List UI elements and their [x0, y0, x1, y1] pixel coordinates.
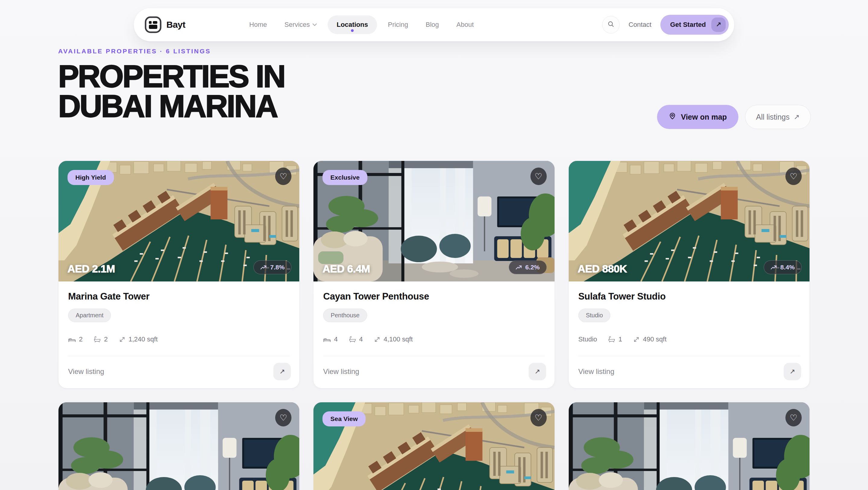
photo-badge: Exclusive: [322, 170, 367, 185]
stat-value: 2: [79, 335, 83, 343]
card-photo: Sea View ♡: [313, 402, 554, 490]
property-title: Marina Gate Tower: [68, 291, 290, 302]
nav-link-label: Services: [284, 21, 310, 29]
property-card: ♡: [58, 402, 300, 490]
size-icon: [633, 336, 640, 343]
brand-logo-icon: [145, 16, 161, 33]
get-started-button[interactable]: Get Started ↗: [660, 15, 729, 35]
stat-value: Studio: [578, 335, 597, 343]
brand-name: Bayt: [166, 20, 185, 30]
page: Bayt HomeServicesLocationsPricingBlogAbo…: [0, 0, 868, 490]
nav-link-pricing[interactable]: Pricing: [381, 16, 415, 34]
favorite-button[interactable]: ♡: [785, 409, 802, 426]
trending-up-icon: [771, 265, 777, 270]
favorite-button[interactable]: ♡: [530, 167, 547, 185]
stat-bed: 4: [323, 335, 338, 343]
size-icon: [374, 336, 381, 343]
property-card: ♡: [568, 402, 810, 490]
nav-link-about[interactable]: About: [450, 16, 480, 34]
get-started-label: Get Started: [670, 21, 706, 29]
view-on-map-button[interactable]: View on map: [657, 105, 738, 129]
nav-link-home[interactable]: Home: [243, 16, 274, 34]
map-pin-icon: [669, 112, 676, 122]
page-title-line2: DUBAI MARINA: [58, 89, 277, 124]
open-listing-button[interactable]: ↗: [273, 363, 291, 380]
card-body: Cayan Tower Penthouse Penthouse 444,100 …: [313, 281, 554, 356]
stat-text: Studio: [578, 335, 597, 343]
size-icon: [119, 336, 126, 343]
property-type-tag: Apartment: [68, 309, 111, 322]
stat-value: 1: [618, 335, 622, 343]
favorite-button[interactable]: ♡: [785, 167, 802, 185]
bath-icon: [349, 336, 356, 343]
property-type-tag: Studio: [578, 309, 611, 322]
stat-value: 490 sqft: [643, 335, 666, 343]
heart-icon: ♡: [280, 413, 287, 423]
bath-icon: [93, 336, 101, 343]
nav-link-services[interactable]: Services: [278, 16, 323, 34]
heart-icon: ♡: [789, 413, 797, 423]
open-listing-button[interactable]: ↗: [784, 363, 801, 380]
listings-eyebrow: AVAILABLE PROPERTIES · 6 LISTINGS: [58, 48, 284, 55]
arrow-up-right-icon: ↗: [534, 368, 540, 375]
property-stats: 221,240 sqft: [68, 335, 290, 343]
trending-up-icon: [516, 265, 522, 270]
favorite-button[interactable]: ♡: [275, 409, 291, 426]
arrow-up-right-icon: ↗: [794, 113, 800, 121]
all-listings-button[interactable]: All listings ↗: [745, 105, 811, 129]
card-footer: View listing ↗: [59, 356, 299, 388]
nav-link-label: Pricing: [388, 21, 408, 29]
active-tab-dot: [351, 29, 354, 32]
view-listing-link[interactable]: View listing: [323, 367, 359, 376]
property-card: Sea View ♡: [313, 402, 555, 490]
view-listing-link[interactable]: View listing: [578, 367, 615, 376]
hero-section: AVAILABLE PROPERTIES · 6 LISTINGS PROPER…: [58, 48, 284, 121]
nav-link-locations[interactable]: Locations: [328, 16, 377, 34]
arrow-up-right-icon: ↗: [711, 18, 726, 32]
chevron-down-icon: [313, 23, 317, 26]
favorite-button[interactable]: ♡: [530, 409, 547, 426]
nav-link-label: About: [456, 21, 474, 29]
top-navbar: Bayt HomeServicesLocationsPricingBlogAbo…: [134, 8, 734, 41]
property-title: Cayan Tower Penthouse: [323, 291, 545, 302]
heart-icon: ♡: [280, 172, 287, 181]
stat-value: 1,240 sqft: [129, 335, 158, 343]
stat-size: 490 sqft: [633, 335, 666, 343]
property-stats: Studio1490 sqft: [578, 335, 800, 343]
stat-size: 1,240 sqft: [119, 335, 158, 343]
property-card: ♡ AED 880K 8.4% Sulafa Tower Studio Stud…: [568, 161, 810, 389]
property-type-tag: Penthouse: [323, 309, 367, 322]
nav-link-blog[interactable]: Blog: [419, 16, 445, 34]
open-listing-button[interactable]: ↗: [529, 363, 546, 380]
brand-logo[interactable]: Bayt: [145, 16, 185, 33]
cards-grid: High Yield ♡ AED 2.1M 7.8% Marina Gate T…: [58, 161, 810, 490]
card-footer: View listing ↗: [569, 356, 809, 388]
yield-value: 7.8%: [270, 264, 284, 271]
yield-value: 6.2%: [525, 264, 540, 271]
trending-up-icon: [260, 265, 267, 270]
arrow-up-right-icon: ↗: [789, 368, 795, 375]
yield-value: 8.4%: [780, 264, 795, 271]
stat-bed: 2: [68, 335, 83, 343]
card-body: Sulafa Tower Studio Studio Studio1490 sq…: [569, 281, 809, 356]
arrow-up-right-icon: ↗: [279, 368, 285, 375]
stat-value: 4,100 sqft: [384, 335, 413, 343]
nav-right: Contact Get Started ↗: [602, 15, 729, 35]
search-button[interactable]: [602, 16, 620, 33]
property-title: Sulafa Tower Studio: [578, 291, 800, 302]
stat-value: 4: [334, 335, 338, 343]
card-footer: View listing ↗: [313, 356, 554, 388]
bath-icon: [608, 336, 615, 343]
favorite-button[interactable]: ♡: [275, 167, 291, 185]
card-photo: ♡: [569, 402, 809, 490]
price-label: AED 2.1M: [67, 263, 115, 275]
stat-value: 2: [104, 335, 107, 343]
card-photo: Exclusive ♡ AED 6.4M 6.2%: [313, 161, 554, 281]
yield-badge: 7.8%: [253, 261, 291, 274]
view-listing-link[interactable]: View listing: [68, 367, 104, 376]
heart-icon: ♡: [535, 172, 542, 181]
stat-value: 4: [359, 335, 363, 343]
price-label: AED 880K: [578, 263, 627, 275]
nav-link-contact[interactable]: Contact: [629, 21, 652, 29]
price-label: AED 6.4M: [322, 263, 370, 275]
